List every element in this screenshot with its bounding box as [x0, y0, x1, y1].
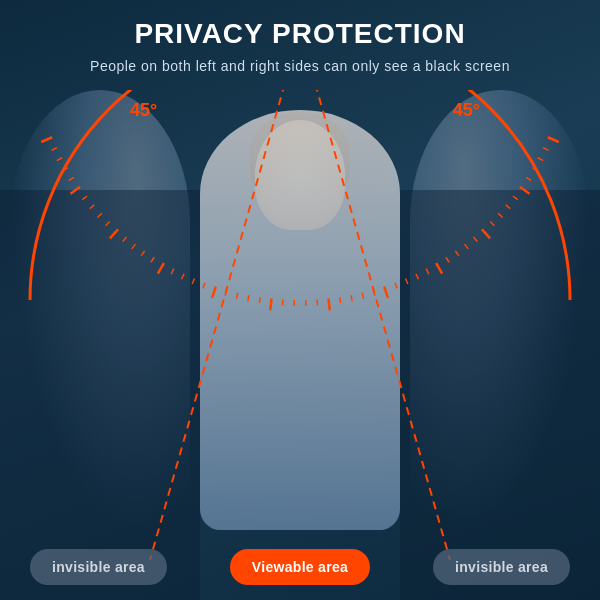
svg-line-56	[52, 148, 57, 151]
svg-line-9	[506, 205, 511, 209]
svg-line-25	[351, 295, 352, 301]
svg-line-19	[416, 274, 419, 279]
svg-line-42	[158, 263, 164, 273]
svg-line-4	[538, 158, 543, 161]
svg-line-14	[465, 244, 469, 249]
svg-line-12	[482, 229, 490, 238]
svg-line-26	[340, 297, 341, 303]
svg-line-32	[270, 298, 271, 310]
svg-line-41	[171, 269, 174, 274]
svg-line-17	[436, 263, 442, 273]
svg-line-39	[192, 279, 194, 285]
svg-line-46	[123, 237, 127, 242]
svg-line-27	[328, 298, 329, 310]
svg-line-48	[106, 222, 110, 226]
svg-line-6	[526, 177, 531, 180]
svg-line-45	[132, 244, 136, 249]
illustration-area	[0, 90, 600, 550]
svg-line-43	[151, 257, 154, 262]
badges-row: invisible area Viewable area invisible a…	[0, 549, 600, 585]
svg-line-21	[395, 283, 397, 289]
svg-line-34	[248, 295, 249, 301]
svg-line-57	[41, 137, 52, 142]
invisible-area-left-badge: invisible area	[30, 549, 167, 585]
svg-line-38	[203, 283, 205, 289]
svg-line-15	[455, 251, 458, 256]
svg-line-40	[181, 274, 184, 279]
page-title: PRIVACY PROTECTION	[20, 18, 580, 50]
page-subtitle: People on both left and right sides can …	[20, 58, 580, 74]
svg-line-3	[543, 148, 548, 151]
svg-line-53	[69, 177, 74, 180]
main-container: PRIVACY PROTECTION People on both left a…	[0, 0, 600, 600]
angle-left-label: 45°	[130, 100, 157, 121]
arc-svg	[0, 90, 600, 570]
svg-line-2	[548, 137, 559, 142]
header: PRIVACY PROTECTION People on both left a…	[0, 0, 600, 84]
svg-line-33	[259, 297, 260, 303]
svg-line-0	[150, 90, 300, 560]
svg-line-11	[490, 222, 494, 226]
invisible-area-right-badge: invisible area	[433, 549, 570, 585]
svg-line-22	[384, 287, 388, 298]
svg-line-50	[90, 205, 95, 209]
svg-line-35	[236, 293, 237, 299]
svg-line-44	[141, 251, 144, 256]
svg-line-18	[426, 269, 429, 274]
svg-line-55	[57, 158, 62, 161]
angle-right-label: 45°	[453, 100, 480, 121]
svg-line-24	[362, 293, 363, 299]
svg-line-13	[473, 237, 477, 242]
svg-line-7	[520, 187, 530, 194]
svg-line-8	[513, 196, 518, 200]
svg-line-47	[110, 229, 118, 238]
svg-line-16	[446, 257, 449, 262]
svg-line-51	[82, 196, 87, 200]
svg-line-49	[97, 213, 101, 217]
viewable-area-badge: Viewable area	[230, 549, 370, 585]
svg-line-20	[406, 279, 408, 285]
svg-line-37	[212, 287, 216, 298]
svg-line-1	[300, 90, 450, 560]
svg-line-52	[70, 187, 80, 194]
svg-line-10	[498, 213, 502, 217]
